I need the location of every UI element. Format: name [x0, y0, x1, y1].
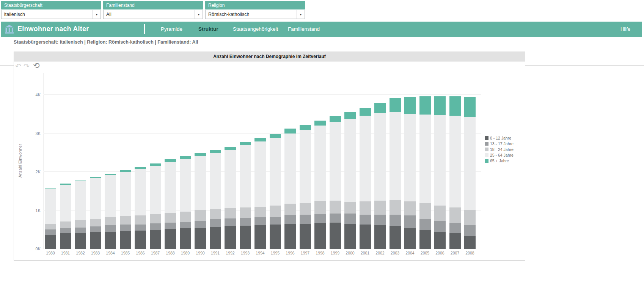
bar-segment-1987[interactable]: [150, 223, 161, 230]
bar-segment-1991[interactable]: [210, 219, 221, 226]
bar-segment-1995[interactable]: [270, 138, 281, 206]
bar-segment-1980[interactable]: [45, 188, 56, 189]
bar-segment-1989[interactable]: [180, 212, 191, 222]
bar-segment-1981[interactable]: [60, 221, 71, 228]
bar-segment-1981[interactable]: [60, 228, 71, 233]
reload-icon[interactable]: ⟲: [33, 62, 40, 69]
bar-segment-1997[interactable]: [300, 215, 311, 224]
bar-segment-1996[interactable]: [284, 224, 296, 249]
bar-segment-1986[interactable]: [135, 225, 146, 231]
bar-segment-2002[interactable]: [374, 225, 386, 249]
undo-icon[interactable]: ↶: [15, 63, 21, 70]
bar-segment-2001[interactable]: [360, 201, 371, 215]
bar-segment-1988[interactable]: [165, 159, 176, 162]
bar-segment-1987[interactable]: [150, 214, 161, 223]
bar-segment-2007[interactable]: [449, 223, 461, 234]
bar-segment-1991[interactable]: [210, 209, 221, 219]
bar-segment-2005[interactable]: [419, 96, 431, 115]
bar-segment-1990[interactable]: [195, 210, 206, 221]
bar-segment-2008[interactable]: [464, 236, 476, 249]
bar-segment-1985[interactable]: [120, 172, 131, 216]
dropdown-button[interactable]: ▼: [93, 10, 101, 19]
bar-segment-1988[interactable]: [165, 229, 176, 249]
bar-segment-2002[interactable]: [374, 215, 386, 225]
bar-segment-2004[interactable]: [404, 215, 416, 228]
bar-segment-1983[interactable]: [90, 178, 101, 219]
bar-segment-2002[interactable]: [374, 201, 386, 215]
bar-segment-2006[interactable]: [434, 221, 446, 232]
bar-segment-1989[interactable]: [180, 156, 191, 159]
legend-item[interactable]: 18 - 24 Jahre: [485, 146, 514, 152]
bar-segment-2000[interactable]: [344, 119, 356, 202]
bar-segment-2001[interactable]: [360, 225, 371, 249]
bar-segment-2004[interactable]: [404, 114, 416, 201]
bar-segment-1988[interactable]: [165, 223, 176, 229]
bar-segment-1993[interactable]: [240, 142, 251, 145]
bar-segment-1980[interactable]: [45, 189, 56, 224]
bar-segment-2001[interactable]: [360, 108, 371, 116]
bar-segment-1983[interactable]: [90, 226, 101, 232]
bar-segment-1985[interactable]: [120, 216, 131, 225]
dropdown-button[interactable]: ▼: [195, 10, 203, 19]
bar-segment-1997[interactable]: [300, 130, 311, 203]
bar-segment-2005[interactable]: [419, 115, 431, 203]
bar-segment-1995[interactable]: [270, 134, 281, 138]
bar-segment-1997[interactable]: [300, 224, 311, 249]
legend-item[interactable]: 25 - 64 Jahre: [485, 152, 514, 158]
tab-staatsangehoerigkeit[interactable]: Staatsangehörigkeit: [233, 26, 278, 32]
bar-segment-1986[interactable]: [135, 169, 146, 215]
bar-segment-1994[interactable]: [254, 207, 266, 217]
bar-segment-2000[interactable]: [344, 224, 356, 249]
bar-segment-1996[interactable]: [284, 134, 296, 204]
bar-segment-1981[interactable]: [60, 184, 71, 184]
bar-segment-1990[interactable]: [195, 228, 206, 249]
bar-segment-1991[interactable]: [210, 153, 221, 209]
bar-segment-1999[interactable]: [330, 214, 341, 223]
bar-segment-1994[interactable]: [254, 217, 266, 225]
bar-segment-1985[interactable]: [120, 225, 131, 231]
bar-segment-2008[interactable]: [464, 225, 476, 236]
bar-segment-2005[interactable]: [419, 203, 431, 219]
bar-segment-1982[interactable]: [75, 220, 86, 228]
bar-segment-1998[interactable]: [314, 223, 326, 249]
bar-segment-1987[interactable]: [150, 163, 161, 166]
bar-segment-1986[interactable]: [135, 167, 146, 169]
bar-segment-1998[interactable]: [314, 201, 326, 214]
tab-familienstand[interactable]: Familienstand: [288, 26, 320, 32]
bar-segment-1987[interactable]: [150, 166, 161, 214]
bar-segment-2000[interactable]: [344, 112, 356, 119]
bar-segment-1988[interactable]: [165, 162, 176, 213]
bar-segment-1990[interactable]: [195, 153, 206, 156]
bar-segment-1993[interactable]: [240, 145, 251, 207]
legend-item[interactable]: 65 + Jahre: [485, 158, 514, 163]
redo-icon[interactable]: ↷: [24, 63, 30, 70]
bar-segment-1983[interactable]: [90, 232, 101, 249]
bar-segment-1985[interactable]: [120, 231, 131, 249]
bar-segment-2006[interactable]: [434, 115, 446, 206]
bar-segment-1993[interactable]: [240, 207, 251, 218]
tab-pyramide[interactable]: Pyramide: [161, 26, 182, 32]
bar-segment-2001[interactable]: [360, 116, 371, 201]
bar-segment-1994[interactable]: [254, 141, 266, 207]
bar-segment-2003[interactable]: [390, 98, 401, 112]
bar-segment-1992[interactable]: [225, 208, 236, 218]
bar-segment-2008[interactable]: [464, 117, 476, 210]
bar-segment-1981[interactable]: [60, 233, 71, 249]
bar-segment-2005[interactable]: [419, 219, 431, 230]
filter-familienstand[interactable]: Familienstand All ▼: [103, 1, 203, 19]
bar-segment-1980[interactable]: [45, 235, 56, 249]
dropdown-button[interactable]: ▼: [297, 10, 305, 19]
help-button[interactable]: Hilfe: [620, 26, 630, 32]
bar-segment-1996[interactable]: [284, 215, 296, 224]
bar-segment-1992[interactable]: [225, 147, 236, 150]
bar-segment-1992[interactable]: [225, 150, 236, 208]
bar-segment-1994[interactable]: [254, 138, 266, 141]
bar-segment-1989[interactable]: [180, 222, 191, 228]
bar-segment-1995[interactable]: [270, 217, 281, 225]
bar-segment-2001[interactable]: [360, 215, 371, 225]
bar-segment-1980[interactable]: [45, 224, 56, 229]
filter-staatsbuergerschaft[interactable]: Staatsbürgerschaft italienisch ▼: [1, 1, 101, 19]
bar-segment-2006[interactable]: [434, 96, 446, 115]
bar-segment-1982[interactable]: [75, 181, 86, 220]
bar-segment-1992[interactable]: [225, 226, 236, 249]
